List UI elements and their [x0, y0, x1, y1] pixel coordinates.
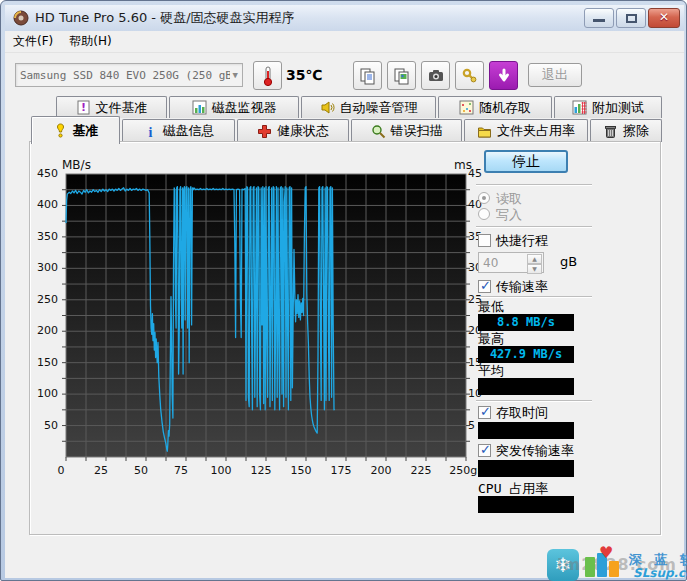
short-stroke-label: 快捷行程 — [496, 232, 548, 250]
tab-error-scan[interactable]: 错误扫描 — [351, 119, 462, 142]
health-icon — [257, 124, 272, 139]
tab-label: 文件基准 — [96, 99, 148, 117]
stroke-size-value: 40 — [483, 256, 498, 270]
burst-rate-label: 突发传输速率 — [496, 442, 574, 460]
menu-help[interactable]: 帮助(H) — [61, 30, 119, 53]
tab-label: 磁盘信息 — [163, 122, 215, 140]
stroke-unit-label: gB — [560, 254, 577, 269]
chevron-down-icon: ▼ — [230, 70, 238, 80]
avg-value — [478, 378, 574, 395]
tab-label: 擦除 — [623, 122, 649, 140]
title-bar[interactable]: HD Tune Pro 5.60 - 硬盘/固态硬盘实用程序 ✕ — [5, 5, 684, 31]
random-access-icon — [459, 100, 474, 115]
max-value: 427.9 MB/s — [478, 346, 574, 363]
disk-monitor-icon — [192, 100, 207, 115]
tab-strip-top: ! 文件基准 磁盘监视器 自动噪音管理 随机存取 附加测试 — [5, 95, 684, 118]
spin-up-icon[interactable]: ▲ — [527, 254, 542, 264]
app-icon — [13, 10, 29, 26]
save-results-button[interactable] — [489, 61, 518, 90]
tab-auto-acoustic[interactable]: 自动噪音管理 — [301, 96, 436, 118]
watermark-site: SLsup.com — [633, 566, 687, 580]
tab-random-access[interactable]: 随机存取 — [438, 96, 552, 118]
min-value: 8.8 MB/s — [478, 314, 574, 331]
burst-rate-value — [478, 460, 574, 477]
down-arrow-icon — [496, 68, 512, 84]
access-time-value — [478, 422, 574, 439]
watermark-bar-green — [585, 557, 595, 577]
tab-health[interactable]: 健康状态 — [237, 119, 349, 142]
cpu-usage-value — [478, 496, 574, 513]
folder-usage-icon — [477, 124, 492, 139]
window-title: HD Tune Pro 5.60 - 硬盘/固态硬盘实用程序 — [35, 9, 295, 27]
y-left-unit: MB/s — [62, 158, 91, 172]
watermark: ❄ im2828.com ♥ 深 蓝 软 件 SLsup.com — [541, 545, 687, 581]
drive-select-value: Samsung SSD 840 EVO 250G (250 gB) — [20, 69, 230, 82]
tab-disk-monitor[interactable]: 磁盘监视器 — [169, 96, 299, 118]
temperature-value: 35℃ — [286, 67, 322, 83]
extra-tests-icon — [572, 100, 587, 115]
write-label: 写入 — [496, 206, 522, 224]
transfer-rate-label: 传输速率 — [496, 278, 548, 296]
copy-image-button[interactable] — [387, 61, 416, 90]
minimize-button[interactable] — [584, 8, 614, 28]
tab-label: 自动噪音管理 — [340, 99, 418, 117]
tools-icon — [461, 67, 479, 85]
drive-select[interactable]: Samsung SSD 840 EVO 250G (250 gB) ▼ — [15, 63, 243, 87]
tab-file-benchmark[interactable]: ! 文件基准 — [56, 96, 167, 118]
tab-label: 错误扫描 — [391, 122, 443, 140]
tab-benchmark[interactable]: 基准 — [31, 116, 120, 144]
temperature-button[interactable] — [253, 61, 282, 90]
tab-label: 随机存取 — [479, 99, 531, 117]
benchmark-chart — [61, 172, 471, 467]
tab-extra-tests[interactable]: 附加测试 — [554, 96, 662, 118]
burst-rate-checkbox[interactable] — [478, 444, 491, 457]
svg-text:i: i — [148, 125, 152, 139]
heart-icon: ♥ — [599, 543, 613, 562]
access-time-label: 存取时间 — [496, 404, 548, 422]
menu-bar: 文件(F) 帮助(H) — [5, 31, 684, 53]
menu-file[interactable]: 文件(F) — [5, 30, 61, 53]
close-button[interactable]: ✕ — [648, 8, 680, 28]
tab-erase[interactable]: 擦除 — [590, 119, 662, 142]
write-radio[interactable] — [478, 208, 490, 220]
camera-icon — [427, 67, 445, 85]
tab-label: 健康状态 — [277, 122, 329, 140]
options-button[interactable] — [455, 61, 484, 90]
disk-info-icon: i — [143, 124, 158, 139]
transfer-rate-checkbox[interactable] — [478, 280, 491, 293]
app-window: HD Tune Pro 5.60 - 硬盘/固态硬盘实用程序 ✕ 文件(F) 帮… — [0, 0, 687, 581]
tab-label: 附加测试 — [592, 99, 644, 117]
tab-label: 磁盘监视器 — [212, 99, 277, 117]
tab-folder-usage[interactable]: 文件夹占用率 — [464, 119, 588, 142]
read-radio[interactable] — [478, 192, 490, 204]
screenshot-button[interactable] — [421, 61, 450, 90]
copy-text-icon — [359, 67, 377, 85]
spin-down-icon[interactable]: ▼ — [527, 264, 542, 274]
maximize-button[interactable] — [616, 8, 646, 28]
error-scan-icon — [371, 124, 386, 139]
stop-button[interactable]: 停止 — [484, 150, 568, 173]
short-stroke-checkbox[interactable] — [478, 234, 491, 247]
file-benchmark-icon: ! — [76, 100, 91, 115]
stroke-size-spinner[interactable]: 40 ▲▼ — [478, 252, 544, 273]
benchmark-icon — [53, 123, 68, 138]
toolbar: Samsung SSD 840 EVO 250G (250 gB) ▼ 35℃ — [5, 53, 684, 97]
benchmark-panel: MB/s ms 45040035030025020015010050 45403… — [29, 141, 661, 535]
copy-text-button[interactable] — [353, 61, 382, 90]
tab-label: 文件夹占用率 — [497, 122, 575, 140]
svg-text:!: ! — [80, 101, 85, 114]
erase-icon — [603, 124, 618, 139]
tab-disk-info[interactable]: i 磁盘信息 — [122, 119, 235, 142]
aam-icon — [320, 100, 335, 115]
tab-strip-bottom: 基准 i 磁盘信息 健康状态 错误扫描 文件夹占用率 擦除 — [5, 118, 684, 142]
thermometer-icon — [259, 65, 277, 87]
access-time-checkbox[interactable] — [478, 406, 491, 419]
copy-image-icon — [393, 67, 411, 85]
watermark-bar-orange — [609, 561, 619, 577]
tab-label: 基准 — [73, 122, 99, 140]
exit-button[interactable]: 退出 — [528, 63, 582, 87]
